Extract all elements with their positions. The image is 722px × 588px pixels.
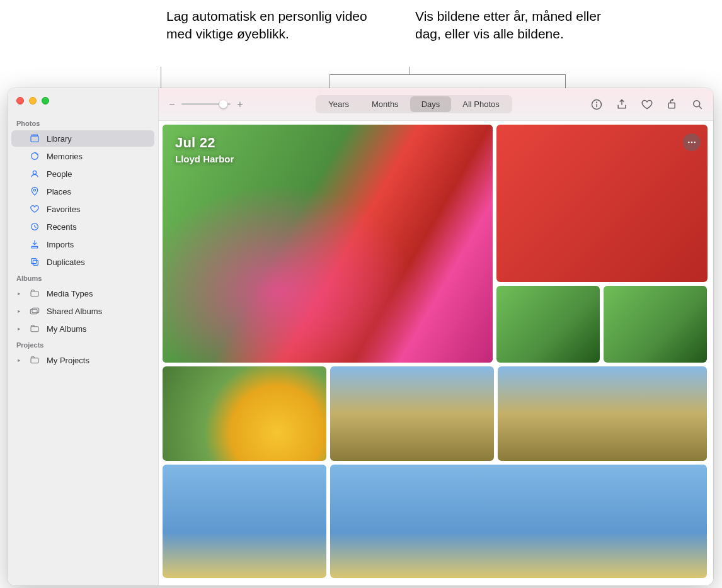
sidebar-section-albums: Albums (8, 271, 158, 285)
sidebar-item-library[interactable]: Library (11, 130, 154, 147)
svg-line-19 (699, 106, 702, 108)
svg-point-20 (688, 142, 690, 144)
sidebar-item-label: Memories (47, 152, 83, 161)
photo-thumbnail[interactable] (496, 286, 600, 363)
sidebar-item-label: Shared Albums (47, 307, 102, 316)
svg-point-22 (694, 142, 696, 144)
folder-icon (29, 288, 40, 299)
favorite-button[interactable] (640, 98, 654, 111)
chevron-right-icon: ▸ (18, 290, 23, 297)
sidebar-item-label: Recents (47, 222, 77, 232)
sidebar-item-people[interactable]: People (11, 166, 154, 182)
svg-rect-1 (32, 135, 37, 136)
sidebar-item-memories[interactable]: Memories (11, 148, 154, 164)
toolbar-actions (583, 98, 704, 111)
sidebar-section-projects: Projects (8, 337, 158, 351)
segment-all-photos[interactable]: All Photos (451, 96, 511, 112)
sidebar-item-label: My Projects (47, 356, 89, 365)
photo-thumbnail[interactable] (330, 366, 494, 461)
search-button[interactable] (690, 98, 704, 111)
sidebar-item-imports[interactable]: Imports (11, 236, 154, 252)
svg-rect-8 (33, 260, 38, 265)
chevron-right-icon: ▸ (18, 325, 23, 332)
imports-icon (29, 239, 40, 250)
zoom-slider-track[interactable] (181, 103, 231, 105)
chevron-right-icon: ▸ (18, 308, 23, 314)
sidebar-item-label: Favorites (47, 205, 80, 214)
sidebar-section-photos: Photos (8, 116, 158, 130)
sidebar-item-label: People (47, 169, 72, 179)
day-header-overlay: Jul 22 Lloyd Harbor (175, 135, 234, 164)
svg-rect-11 (32, 308, 39, 312)
favorites-icon (29, 203, 40, 215)
rotate-button[interactable] (665, 98, 679, 111)
sidebar-item-my-albums[interactable]: ▸ My Albums (11, 320, 154, 337)
sidebar-item-recents[interactable]: Recents (11, 218, 154, 235)
svg-point-4 (33, 171, 36, 174)
sidebar-item-label: My Albums (47, 324, 87, 334)
sidebar-item-my-projects[interactable]: ▸ My Projects (11, 352, 154, 368)
sidebar-item-places[interactable]: Places (11, 183, 154, 200)
svg-point-5 (33, 189, 35, 191)
day-location-label: Lloyd Harbor (175, 154, 234, 164)
callout-right: Vis bildene etter år, måned eller dag, e… (415, 8, 629, 43)
sidebar-item-label: Library (47, 134, 72, 144)
duplicates-icon (29, 256, 40, 268)
svg-point-21 (691, 142, 693, 144)
people-icon (29, 168, 40, 179)
maximize-window-button[interactable] (42, 97, 49, 105)
folder-icon (29, 354, 40, 366)
share-button[interactable] (615, 98, 629, 111)
callout-line (329, 74, 566, 75)
view-segmented-control: Years Months Days All Photos (316, 95, 512, 113)
places-icon (29, 186, 40, 197)
photo-thumbnail[interactable] (330, 465, 707, 578)
zoom-slider-thumb[interactable] (219, 100, 227, 108)
window-controls (8, 93, 158, 116)
main-content: − + Years Months Days All Photos (159, 88, 713, 585)
callout-line (410, 67, 410, 74)
photo-grid[interactable]: Jul 22 Lloyd Harbor (159, 121, 713, 585)
day-date-label: Jul 22 (175, 135, 234, 151)
app-window: Photos Library Memories People Places (8, 88, 713, 585)
photo-thumbnail[interactable] (496, 125, 708, 282)
svg-point-16 (597, 102, 597, 103)
recents-icon (29, 221, 40, 232)
photo-thumbnail[interactable] (498, 366, 707, 461)
zoom-in-icon[interactable]: + (236, 99, 244, 110)
photo-thumbnail[interactable] (604, 286, 707, 363)
sidebar-item-shared-albums[interactable]: ▸ Shared Albums (11, 303, 154, 319)
svg-rect-10 (30, 309, 37, 314)
svg-rect-9 (31, 291, 38, 297)
sidebar-item-media-types[interactable]: ▸ Media Types (11, 285, 154, 302)
zoom-out-icon[interactable]: − (168, 99, 176, 110)
folder-icon (29, 305, 40, 317)
sidebar-item-label: Places (47, 187, 71, 196)
toolbar: − + Years Months Days All Photos (159, 88, 713, 121)
photo-thumbnail[interactable] (163, 366, 326, 461)
segment-months[interactable]: Months (360, 96, 410, 112)
svg-rect-0 (31, 136, 38, 142)
callouts-container: Lag automatisk en personlig video med vi… (0, 8, 722, 88)
photo-thumbnail[interactable] (163, 465, 326, 578)
library-icon (29, 133, 40, 144)
close-window-button[interactable] (16, 97, 24, 105)
segment-years[interactable]: Years (317, 96, 360, 112)
sidebar-item-duplicates[interactable]: Duplicates (11, 254, 154, 270)
callout-left: Lag automatisk en personlig video med vi… (166, 8, 381, 43)
sidebar-item-label: Imports (47, 240, 74, 249)
svg-rect-7 (32, 259, 37, 264)
svg-point-18 (694, 100, 700, 106)
svg-rect-13 (31, 358, 38, 363)
svg-rect-17 (668, 103, 675, 108)
sidebar: Photos Library Memories People Places (8, 88, 159, 585)
minimize-window-button[interactable] (29, 97, 37, 105)
info-button[interactable] (590, 98, 604, 111)
sidebar-item-label: Duplicates (47, 257, 85, 267)
sidebar-item-favorites[interactable]: Favorites (11, 201, 154, 217)
zoom-control[interactable]: − + (168, 99, 244, 110)
memories-icon (29, 150, 40, 162)
chevron-right-icon: ▸ (18, 357, 23, 363)
segment-days[interactable]: Days (410, 96, 452, 112)
more-options-button[interactable] (683, 133, 701, 151)
